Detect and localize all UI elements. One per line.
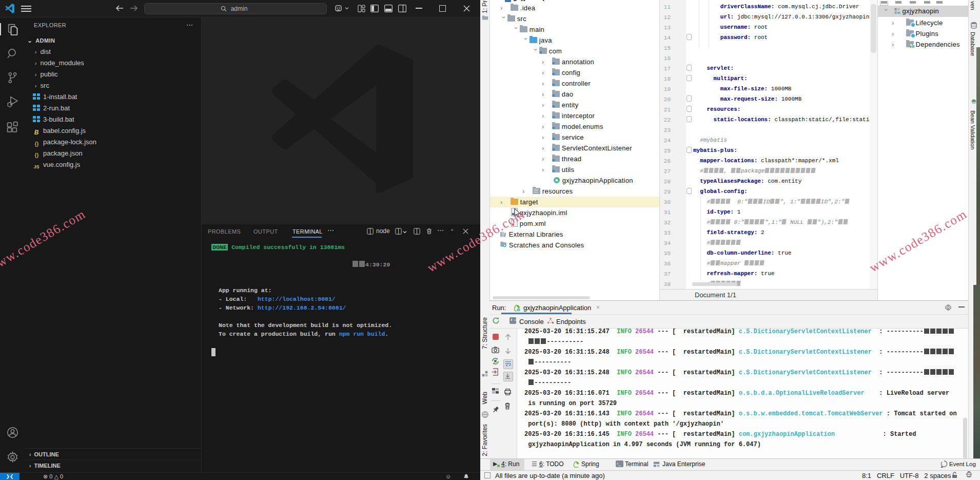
svg-text:m: m	[897, 10, 900, 14]
